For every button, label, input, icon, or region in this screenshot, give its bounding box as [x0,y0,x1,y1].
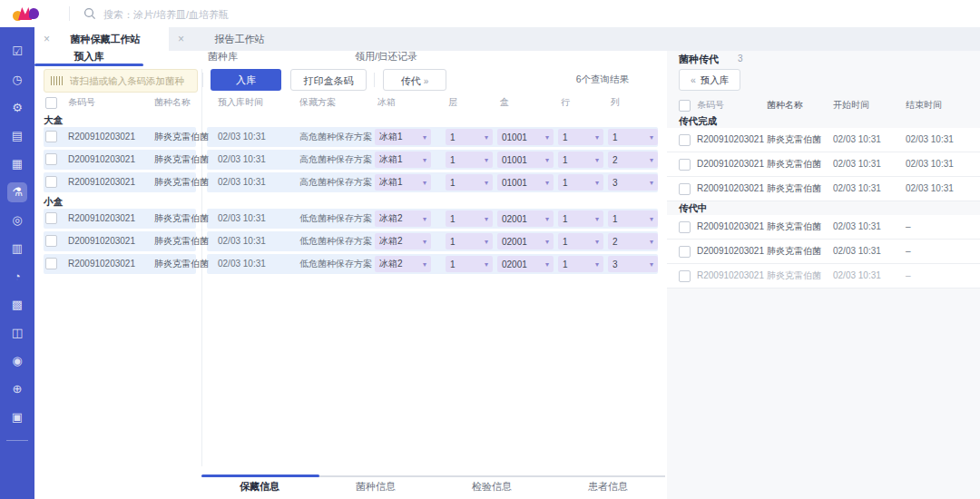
row-select[interactable]: 1▾ [558,152,603,168]
table-body: 大盒 R200910203021 肺炎克雷伯菌 02/03 10:31 高危菌种… [44,113,658,277]
select-value: 1 [563,132,568,142]
report-icon[interactable]: ▣ [7,407,27,427]
row-checkbox[interactable] [679,159,691,171]
col-select[interactable]: 1▾ [608,210,658,227]
flask-icon[interactable]: ⚗ [7,182,27,202]
passage-row[interactable]: R200910203021 肺炎克雷伯菌 02/03 10:31 – [667,215,980,240]
subtab-pre-storage[interactable]: 预入库 [34,51,143,64]
close-icon[interactable]: × [178,34,189,44]
col-name: 菌种名称 [154,96,191,109]
tab-test-info[interactable]: 检验信息 [434,480,550,494]
tab-patient-info[interactable]: 患者信息 [550,480,666,494]
compass-icon[interactable]: ◎ [7,210,27,230]
row-checkbox[interactable] [679,270,691,282]
passage-row[interactable]: R200910203021 肺炎克雷伯菌 02/03 10:31 02/03 1… [667,128,980,152]
user-chart-icon[interactable]: ◫ [7,323,27,343]
box-select[interactable]: 02001▾ [497,256,554,272]
passage-row[interactable]: D200910203021 肺炎克雷伯菌 02/03 10:31 02/03 1… [667,152,980,177]
close-icon[interactable]: × [44,34,54,44]
col-select[interactable]: 3▾ [608,174,658,191]
passage-button[interactable]: 传代» [383,69,446,91]
subtab-strain-bank[interactable]: 菌种库 [143,51,302,64]
search-input[interactable] [102,4,486,25]
timer-icon[interactable]: ◔ [7,267,27,287]
row-select[interactable]: 1▾ [558,256,603,272]
row-checkbox[interactable] [45,131,57,142]
name-cell: 肺炎克雷伯菌 [154,150,209,170]
col-select[interactable]: 1▾ [608,129,658,145]
table-row[interactable]: R200910203021 肺炎克雷伯菌 02/03 10:31 高危菌种保存方… [44,172,658,192]
box-select[interactable]: 02001▾ [497,233,554,250]
barcode-icon[interactable]: ▩ [7,295,27,315]
row-checkbox[interactable] [45,258,57,269]
layer-select[interactable]: 1▾ [446,210,493,227]
passage-row[interactable]: D200910203021 肺炎克雷伯菌 02/03 10:31 – [667,240,980,264]
tab-strain-preservation-workstation[interactable]: × 菌种保藏工作站 [34,27,169,51]
tab-report-workstation[interactable]: × 报告工作站 [169,27,303,51]
col-select[interactable]: 2▾ [608,233,658,250]
card-icon[interactable]: ▦ [7,154,27,174]
col-layer: 层 [448,96,457,109]
row-checkbox[interactable] [45,212,57,224]
vehicle-icon[interactable]: ⊕ [7,379,27,399]
row-select[interactable]: 1▾ [558,210,603,227]
back-to-pre-storage-button[interactable]: «预入库 [679,69,740,91]
row-checkbox[interactable] [679,134,691,146]
fridge-select[interactable]: 冰箱1▾ [375,152,431,168]
box-select[interactable]: 01001▾ [497,152,554,168]
row-select[interactable]: 1▾ [558,129,603,145]
passage-row[interactable]: R200910203021 肺炎克雷伯菌 02/03 10:31 – [667,264,980,289]
row-checkbox[interactable] [679,246,691,258]
table-row[interactable]: R200910203021 肺炎克雷伯菌 02/03 10:31 高危菌种保存方… [44,127,658,147]
layer-select[interactable]: 1▾ [446,129,493,145]
layer-select[interactable]: 1▾ [446,174,493,191]
box-select[interactable]: 02001▾ [497,210,554,227]
headset-icon[interactable]: ◉ [7,351,27,371]
scan-barcode-field[interactable] [44,69,198,93]
row-checkbox[interactable] [45,153,57,165]
subtab-borrow-return[interactable]: 领用/归还记录 [302,51,470,64]
col-col: 列 [611,96,620,109]
store-button[interactable]: 入库 [211,69,281,91]
table-row[interactable]: R200910203021 肺炎克雷伯菌 02/03 10:31 低危菌种保存方… [44,254,658,274]
image-icon[interactable]: ▤ [7,126,27,146]
bottom-tab-bar: 保藏信息 菌种信息 检验信息 患者信息 [201,467,667,499]
tab-strain-info[interactable]: 菌种信息 [318,480,434,494]
passage-row[interactable]: R200910203021 肺炎克雷伯菌 02/03 10:31 02/03 1… [667,177,980,201]
main-content: 预入库 菌种库 领用/归还记录 入库 打印盒条码 传代» 6个查询结果 条码号 … [34,51,667,499]
row-select[interactable]: 1▾ [558,233,603,250]
box-select[interactable]: 01001▾ [497,129,554,145]
layer-select[interactable]: 1▾ [446,256,493,272]
col-select[interactable]: 2▾ [608,152,658,168]
row-checkbox[interactable] [679,221,691,233]
table-row[interactable]: R200910203021 肺炎克雷伯菌 02/03 10:31 低危菌种保存方… [44,209,658,229]
row-checkbox[interactable] [679,183,691,195]
select-all-checkbox[interactable] [679,100,691,112]
fridge-select[interactable]: 冰箱1▾ [375,129,431,145]
machine-icon[interactable]: ⚙ [7,98,27,118]
print-box-barcode-button[interactable]: 打印盒条码 [290,69,367,91]
fridge-select[interactable]: 冰箱2▾ [375,210,431,227]
box-select[interactable]: 01001▾ [497,174,554,191]
clock-icon[interactable]: ◷ [7,70,27,90]
select-value: 1 [450,178,456,188]
end-cell: – [906,264,911,288]
select-all-checkbox[interactable] [45,97,57,109]
tab-preservation-info[interactable]: 保藏信息 [201,480,318,494]
table-row[interactable]: D200910203021 肺炎克雷伯菌 02/03 10:31 低危菌种保存方… [44,231,658,251]
task-icon[interactable]: ☑ [7,42,27,62]
row-checkbox[interactable] [45,176,57,188]
layer-select[interactable]: 1▾ [446,233,493,250]
fridge-select[interactable]: 冰箱1▾ [375,174,431,191]
scan-input[interactable] [68,71,197,91]
name-cell: 肺炎克雷伯菌 [767,128,821,152]
fridge-select[interactable]: 冰箱2▾ [375,233,431,250]
col-select[interactable]: 3▾ [608,256,658,272]
row-checkbox[interactable] [45,235,57,247]
table-row[interactable]: D200910203021 肺炎克雷伯菌 02/03 10:31 高危菌种保存方… [44,150,658,170]
passage-table-body: 传代完成 R200910203021 肺炎克雷伯菌 02/03 10:31 02… [667,114,980,289]
fridge-select[interactable]: 冰箱2▾ [375,256,431,272]
row-select[interactable]: 1▾ [558,174,603,191]
document-icon[interactable]: ▥ [7,239,27,259]
layer-select[interactable]: 1▾ [446,152,493,168]
